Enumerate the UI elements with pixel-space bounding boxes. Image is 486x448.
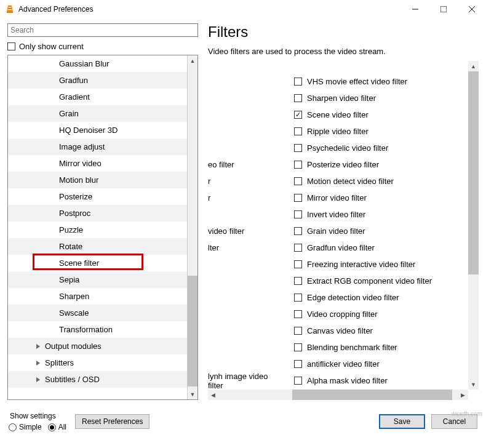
tree-item[interactable]: HQ Denoiser 3D: [8, 122, 197, 138]
tree-item-label: Gaussian Blur: [59, 59, 110, 68]
filter-check-label: antiflicker video filter: [307, 359, 380, 369]
tree-item[interactable]: Postproc: [8, 205, 197, 222]
filter-check[interactable]: antiflicker video filter: [294, 356, 432, 372]
minimize-button[interactable]: [401, 0, 429, 18]
titlebar: Advanced Preferences: [0, 0, 486, 18]
tree-item[interactable]: Puzzle: [8, 222, 197, 238]
filters-scrollbar-horizontal[interactable]: ◀ ▶: [208, 390, 468, 400]
filter-check[interactable]: Canvas video filter: [294, 322, 432, 339]
scroll-thumb[interactable]: [292, 390, 452, 400]
maximize-button[interactable]: [429, 0, 458, 18]
checkbox-icon: [7, 42, 15, 50]
search-input[interactable]: [7, 23, 198, 37]
filter-check-label: Gradfun video filter: [307, 243, 375, 252]
filter-check[interactable]: Sharpen video filter: [294, 90, 432, 106]
tree-item-label: HQ Denoiser 3D: [59, 126, 118, 135]
clipped-label: [208, 123, 276, 140]
tree-item[interactable]: Posterize: [8, 188, 197, 205]
filter-check[interactable]: Freezing interactive video filter: [294, 256, 432, 273]
tree-item[interactable]: Sepia: [8, 271, 197, 288]
tree-item[interactable]: Splitters: [8, 354, 197, 371]
clipped-label: [208, 256, 276, 273]
tree-item[interactable]: Gradfun: [8, 72, 197, 89]
tree-item[interactable]: Subtitles / OSD: [8, 371, 197, 388]
reset-preferences-button[interactable]: Reset Preferences: [75, 414, 149, 429]
scroll-up-icon[interactable]: ▲: [188, 55, 197, 66]
close-button[interactable]: [458, 0, 486, 18]
scroll-thumb[interactable]: [468, 71, 479, 274]
tree-item[interactable]: Swscale: [8, 305, 197, 321]
filter-check[interactable]: Mirror video filter: [294, 190, 432, 206]
tree-item-label: Output modules: [45, 342, 102, 351]
tree-item-label: Transformation: [59, 325, 113, 334]
filter-check-label: Sharpen video filter: [307, 94, 376, 103]
filter-check[interactable]: Gradfun video filter: [294, 239, 432, 256]
scroll-right-icon[interactable]: ▶: [458, 392, 468, 398]
clipped-label: [208, 90, 276, 106]
filter-check[interactable]: Motion detect video filter: [294, 173, 432, 190]
clipped-label: r: [208, 173, 276, 190]
filter-check-label: Video cropping filter: [307, 310, 378, 319]
only-show-current[interactable]: Only show current: [7, 42, 198, 51]
filter-check[interactable]: Invert video filter: [294, 206, 432, 223]
scroll-up-icon[interactable]: ▲: [468, 61, 479, 71]
tree-item[interactable]: Output modules: [8, 338, 197, 354]
filter-check-label: Grain video filter: [307, 226, 365, 236]
tree-item-label: Sharpen: [59, 292, 89, 301]
scroll-thumb[interactable]: [188, 276, 197, 386]
checkbox-icon: [294, 310, 302, 318]
filter-check[interactable]: Ripple video filter: [294, 123, 432, 140]
scroll-down-icon[interactable]: ▼: [468, 379, 479, 390]
svg-rect-1: [9, 7, 12, 8]
filter-check-label: Motion detect video filter: [307, 177, 394, 186]
checkbox-icon: [294, 78, 302, 86]
tree-item-label: Splitters: [45, 358, 74, 367]
vlc-icon: [5, 4, 15, 14]
tree-item[interactable]: Scene filter: [8, 255, 197, 271]
filters-scrollbar-vertical[interactable]: ▲ ▼: [468, 61, 479, 390]
checkbox-icon: [294, 94, 302, 102]
tree-item[interactable]: Image adjust: [8, 138, 197, 155]
checkbox-icon: [294, 210, 302, 218]
tree-item-label: Postproc: [59, 209, 90, 218]
checkbox-icon: [294, 227, 302, 235]
filter-check[interactable]: Edge detection video filter: [294, 289, 432, 306]
tree-item-label: Image adjust: [59, 142, 105, 151]
tree-item[interactable]: Gradient: [8, 89, 197, 105]
filter-check[interactable]: Video cropping filter: [294, 306, 432, 322]
filter-check-label: Freezing interactive video filter: [307, 260, 415, 269]
checkbox-icon: [294, 360, 302, 368]
only-show-current-label: Only show current: [19, 42, 84, 51]
tree-item[interactable]: Sharpen: [8, 288, 197, 305]
tree-item[interactable]: Transformation: [8, 321, 197, 338]
save-button[interactable]: Save: [379, 414, 425, 429]
tree-item[interactable]: Gaussian Blur: [8, 55, 197, 72]
checkbox-icon: [294, 244, 302, 252]
tree-item[interactable]: Motion blur: [8, 172, 197, 188]
scroll-left-icon[interactable]: ◀: [208, 392, 218, 398]
clipped-label: [208, 273, 276, 289]
filter-check-label: Mirror video filter: [307, 193, 367, 202]
filter-check[interactable]: Psychedelic video filter: [294, 140, 432, 156]
tree-scrollbar-vertical[interactable]: ▲ ▼: [187, 55, 197, 399]
filter-check[interactable]: Alpha mask video filter: [294, 372, 432, 389]
radio-all[interactable]: All: [48, 423, 66, 431]
show-settings-label: Show settings: [10, 412, 66, 420]
filter-check-label: Invert video filter: [307, 210, 365, 219]
tree-item-label: Grain: [59, 109, 79, 118]
clipped-label: r: [208, 190, 276, 206]
filter-check[interactable]: VHS movie effect video filter: [294, 73, 432, 90]
tree-item-label: Posterize: [59, 192, 92, 201]
tree-item[interactable]: Rotate: [8, 238, 197, 255]
filter-check[interactable]: Extract RGB component video filter: [294, 273, 432, 289]
clipped-label: [208, 339, 276, 356]
filter-check[interactable]: Grain video filter: [294, 223, 432, 239]
filter-check[interactable]: Blending benchmark filter: [294, 339, 432, 356]
radio-icon: [9, 423, 17, 431]
tree-item[interactable]: Grain: [8, 105, 197, 122]
tree-item[interactable]: Mirror video: [8, 155, 197, 172]
radio-simple[interactable]: Simple: [9, 423, 42, 431]
scroll-down-icon[interactable]: ▼: [188, 389, 197, 399]
filter-check[interactable]: Scene video filter: [294, 106, 432, 123]
filter-check[interactable]: Posterize video filter: [294, 156, 432, 173]
